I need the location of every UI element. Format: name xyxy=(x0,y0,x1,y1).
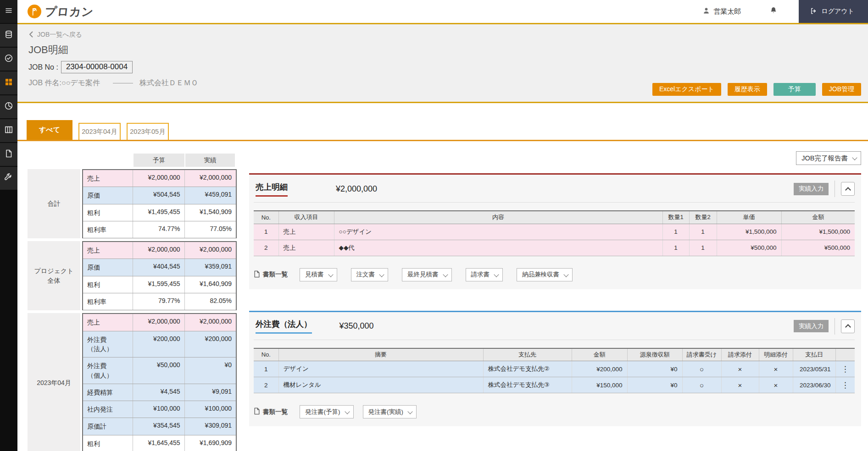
summary-group-total: 合計 売上 ¥2,000,000 ¥2,000,000 原価 ¥504,545 … xyxy=(28,169,237,238)
flag-logo-icon xyxy=(28,5,41,18)
outsourcing-section-header: 外注費（法人） ¥350,000 実績入力 xyxy=(254,312,855,340)
sales-header-actions: 実績入力 xyxy=(794,181,855,197)
page-header: JOB一覧へ戻る JOB明細 JOB No : 2304-00008-0004 … xyxy=(17,24,868,103)
docs-file-icon xyxy=(254,407,260,416)
actual-input-button[interactable]: 実績入力 xyxy=(794,320,829,332)
estimate-doc-select[interactable]: 見積書 xyxy=(300,268,337,281)
report-select-value: JOB完了報告書 xyxy=(801,154,848,163)
month-tabbar: すべて 2023年04月 2023年05月 xyxy=(17,121,868,141)
job-no-row: JOB No : 2304-00008-0004 xyxy=(28,61,861,73)
sidebar-item-board[interactable] xyxy=(0,119,17,142)
user-menu[interactable]: 営業太郎 xyxy=(702,7,741,16)
job-name-label: JOB 件名:○○デモ案件 xyxy=(28,78,100,88)
budget-value: ¥1,645,455 xyxy=(133,435,185,451)
notifications-button[interactable] xyxy=(769,6,778,16)
documents-list-label: 書類一覧 xyxy=(254,270,288,279)
wrench-icon xyxy=(4,173,13,184)
col-payee: 支払先 xyxy=(483,348,572,361)
chevron-down-icon xyxy=(328,272,333,277)
invoice-received-radio[interactable]: ○ xyxy=(682,361,721,377)
budget-button[interactable]: 予算 xyxy=(773,83,816,96)
col-income-item: 収入項目 xyxy=(278,211,334,224)
sales-documents-row: 書類一覧 見積書 注文書 最終見積書 請求書 納品兼検収書 xyxy=(254,268,855,281)
collapse-section-button[interactable] xyxy=(841,319,855,333)
job-detail-page: プロカン 営業太郎 ログアウト JOB一覧へ戻る JOB明細 JOB No : … xyxy=(0,0,868,451)
budget-value: 74.77% xyxy=(133,221,185,238)
summary-table: 予算 実績 合計 売上 ¥2,000,000 ¥2,000,000 原価 ¥50… xyxy=(28,154,237,451)
back-to-job-list-link[interactable]: JOB一覧へ戻る xyxy=(28,31,82,39)
back-chevron-icon xyxy=(28,31,33,39)
chevron-down-icon xyxy=(407,409,412,414)
actual-value: ¥1,690,909 xyxy=(185,435,236,451)
summary-row: 外注費 （個人） ¥50,000 ¥0 xyxy=(83,358,236,384)
sales-section-title: 売上明細 xyxy=(256,182,288,197)
tab-2023-05[interactable]: 2023年05月 xyxy=(127,123,169,140)
actual-value: ¥0 xyxy=(185,358,236,384)
logout-button[interactable]: ログアウト xyxy=(799,0,868,23)
history-button[interactable]: 履歴表示 xyxy=(728,83,767,96)
summary-row: 経費精算 ¥4,545 ¥9,091 xyxy=(83,384,236,401)
summary-row: 原価 ¥404,545 ¥359,091 xyxy=(83,259,236,276)
actual-value: ¥1,640,909 xyxy=(185,276,236,293)
user-name: 営業太郎 xyxy=(713,7,741,16)
col-qty1: 数量1 xyxy=(662,211,689,224)
report-type-select[interactable]: JOB完了報告書 xyxy=(796,151,861,165)
actual-value: ¥2,000,000 xyxy=(185,170,236,187)
divider xyxy=(254,202,855,203)
summary-row: 社内発注 ¥100,000 ¥100,000 xyxy=(83,401,236,418)
excel-export-button[interactable]: Excelエクスポート xyxy=(652,83,721,96)
row-label: 粗利 xyxy=(83,276,133,293)
outsourcing-section: 外注費（法人） ¥350,000 実績入力 No. 摘要 支払先 xyxy=(249,311,861,427)
chevron-down-icon xyxy=(563,272,568,277)
order-doc-select[interactable]: 注文書 xyxy=(351,268,389,281)
pie-chart-icon xyxy=(4,101,13,112)
chevron-up-icon xyxy=(845,324,851,330)
summary-row: 売上 ¥2,000,000 ¥2,000,000 xyxy=(83,314,236,331)
row-label: 粗利 xyxy=(83,435,133,451)
summary-row: 粗利 ¥1,645,455 ¥1,690,909 xyxy=(83,435,236,451)
summary-row: 原価計 ¥354,545 ¥309,091 xyxy=(83,418,236,435)
sales-section-header: 売上明細 ¥2,000,000 実績入力 xyxy=(254,175,855,202)
divider xyxy=(254,340,855,340)
row-menu-kebab-icon[interactable]: ⋮ xyxy=(835,361,855,377)
budget-value: ¥404,545 xyxy=(133,259,185,275)
col-invoice-received: 請求書受け xyxy=(682,348,721,361)
row-label: 原価 xyxy=(83,187,133,204)
collapse-section-button[interactable] xyxy=(841,182,855,196)
documents-list-label: 書類一覧 xyxy=(254,407,288,416)
actual-value: ¥2,000,000 xyxy=(185,242,236,258)
app-logo-text: プロカン xyxy=(44,4,95,19)
budget-value: ¥2,000,000 xyxy=(133,170,185,187)
invoice-received-radio[interactable]: ○ xyxy=(682,377,721,393)
purchase-order-actual-select[interactable]: 発注書(実績) xyxy=(363,405,417,418)
row-menu-kebab-icon[interactable]: ⋮ xyxy=(835,377,855,393)
row-label: 粗利率 xyxy=(83,293,133,310)
invoice-doc-select[interactable]: 請求書 xyxy=(466,268,503,281)
header-action-buttons: Excelエクスポート 履歴表示 予算 JOB管理 xyxy=(652,83,861,96)
budget-column-header: 予算 xyxy=(134,154,184,167)
chevron-down-icon xyxy=(852,155,857,160)
summary-row: 外注費 （法人） ¥200,000 ¥200,000 xyxy=(83,331,236,358)
divider xyxy=(835,318,835,335)
job-manage-button[interactable]: JOB管理 xyxy=(822,83,861,96)
actual-value: ¥359,091 xyxy=(185,259,236,275)
sales-total-amount: ¥2,000,000 xyxy=(336,184,377,194)
actual-input-button[interactable]: 実績入力 xyxy=(794,183,829,195)
sidebar-item-reports[interactable] xyxy=(0,95,17,118)
sidebar-item-documents[interactable] xyxy=(0,143,17,166)
purchase-order-budget-select[interactable]: 発注書(予算) xyxy=(300,405,354,418)
chevron-up-icon xyxy=(845,187,851,193)
tab-all[interactable]: すべて xyxy=(27,120,72,140)
tab-2023-04[interactable]: 2023年04月 xyxy=(78,123,121,140)
delivery-acceptance-doc-select[interactable]: 納品兼検収書 xyxy=(517,268,573,281)
budget-value: ¥504,545 xyxy=(133,187,185,204)
final-estimate-doc-select[interactable]: 最終見積書 xyxy=(402,268,452,281)
sidebar-item-tasks[interactable] xyxy=(0,48,17,71)
sidebar-item-settings[interactable] xyxy=(0,167,17,190)
menu-button[interactable] xyxy=(0,0,17,23)
job-no-field[interactable]: 2304-00008-0004 xyxy=(61,61,133,73)
sidebar-item-job-list[interactable] xyxy=(0,72,17,94)
sidebar-item-finance[interactable] xyxy=(0,24,17,47)
col-qty2: 数量2 xyxy=(689,211,717,224)
sales-row: 2 売上 ◆◆代 1 1 ¥500,000 ¥500,000 xyxy=(254,240,855,256)
